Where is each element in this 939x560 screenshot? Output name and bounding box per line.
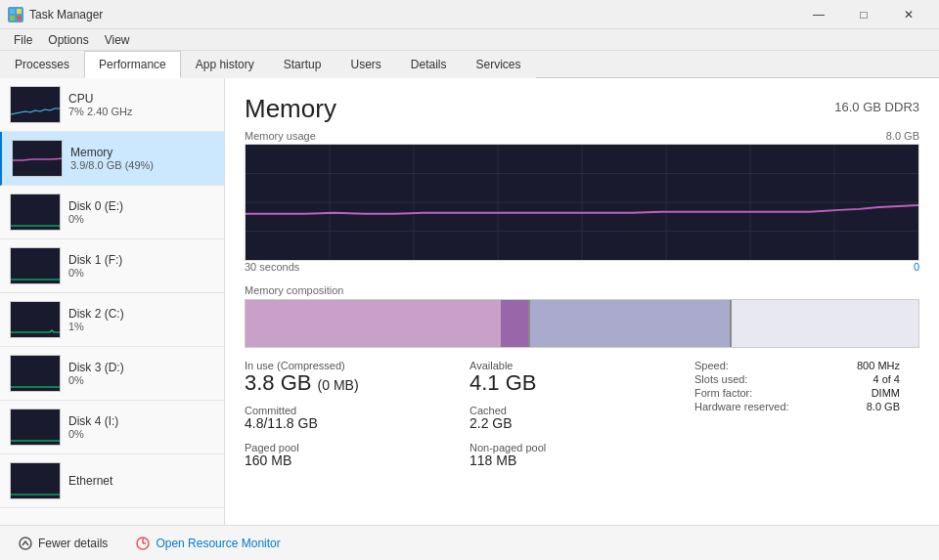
stat-paged-pool: Paged pool 160 MB	[245, 442, 450, 468]
stat-cached: Cached 2.2 GB	[470, 405, 675, 431]
disk0-thumbnail	[10, 194, 61, 231]
stat-nonpaged: Non-paged pool 118 MB	[470, 442, 675, 468]
svg-point-23	[20, 538, 31, 549]
disk1-info: Disk 1 (F:) 0%	[68, 253, 214, 279]
usage-chart-section: Memory usage 8.0 GB	[245, 130, 919, 275]
menu-options[interactable]: Options	[40, 31, 96, 49]
disk3-thumbnail	[10, 355, 61, 392]
bottom-bar: Fewer details Open Resource Monitor	[0, 525, 939, 560]
sidebar-item-cpu[interactable]: CPU 7% 2.40 GHz	[0, 78, 224, 132]
resource-monitor-icon	[135, 536, 151, 551]
speed-value: 800 MHz	[857, 360, 900, 371]
committed-value: 4.8/11.8 GB	[245, 416, 450, 431]
memory-info: Memory 3.9/8.0 GB (49%)	[70, 146, 214, 171]
open-resource-monitor-button[interactable]: Open Resource Monitor	[135, 536, 280, 551]
tab-app-history[interactable]: App history	[181, 51, 269, 78]
comp-free	[730, 300, 918, 347]
fewer-details-label: Fewer details	[38, 537, 108, 550]
svg-rect-1	[17, 9, 22, 14]
tab-users[interactable]: Users	[335, 51, 395, 78]
disk1-value: 0%	[68, 267, 214, 279]
slots-value: 4 of 4	[872, 373, 900, 385]
disk4-thumbnail	[10, 409, 61, 446]
stat-committed: Committed 4.8/11.8 GB	[245, 405, 450, 431]
cached-value: 2.2 GB	[470, 416, 675, 431]
speed-label: Speed:	[694, 360, 729, 371]
sidebar-item-memory[interactable]: Memory 3.9/8.0 GB (49%)	[0, 132, 224, 186]
disk4-label: Disk 4 (I:)	[68, 414, 214, 428]
detail-speed: Speed: 800 MHz	[694, 360, 900, 371]
form-value: DIMM	[872, 387, 900, 399]
memory-label: Memory	[70, 146, 214, 159]
paged-pool-value: 160 MB	[245, 453, 450, 468]
disk2-info: Disk 2 (C:) 1%	[68, 307, 214, 332]
chart-time-right: 0	[914, 261, 919, 273]
disk2-value: 1%	[68, 321, 214, 332]
tab-bar: Processes Performance App history Startu…	[0, 51, 939, 78]
sidebar-item-disk2[interactable]: Disk 2 (C:) 1%	[0, 293, 224, 347]
stat-in-use: In use (Compressed) 3.8 GB (0 MB)	[245, 360, 450, 395]
menu-view[interactable]: View	[97, 31, 138, 49]
tab-processes[interactable]: Processes	[0, 51, 84, 78]
disk2-thumbnail	[10, 301, 61, 338]
disk0-value: 0%	[68, 213, 214, 225]
available-value: 4.1 GB	[470, 371, 675, 395]
disk3-label: Disk 3 (D:)	[68, 361, 214, 374]
sidebar-item-disk1[interactable]: Disk 1 (F:) 0%	[0, 239, 224, 293]
comp-inuse	[246, 300, 501, 347]
disk0-label: Disk 0 (E:)	[68, 199, 214, 213]
tab-details[interactable]: Details	[396, 51, 462, 78]
comp-standby	[528, 300, 730, 347]
cpu-value: 7% 2.40 GHz	[68, 106, 214, 117]
title-bar: Task Manager — □ ✕	[0, 0, 939, 29]
ethernet-info: Ethernet	[68, 474, 214, 488]
detail-panel: Memory 16.0 GB DDR3 Memory usage 8.0 GB	[225, 78, 939, 525]
disk3-info: Disk 3 (D:) 0%	[68, 361, 214, 386]
fewer-details-button[interactable]: Fewer details	[10, 533, 115, 554]
composition-bar	[245, 299, 919, 348]
title-bar-left: Task Manager	[8, 7, 103, 22]
sidebar-item-disk0[interactable]: Disk 0 (E:) 0%	[0, 186, 224, 239]
minimize-button[interactable]: —	[796, 4, 841, 25]
cpu-label: CPU	[68, 92, 214, 106]
stat-available: Available 4.1 GB	[470, 360, 675, 395]
sidebar-item-disk3[interactable]: Disk 3 (D:) 0%	[0, 347, 224, 401]
disk4-value: 0%	[68, 428, 214, 440]
stats-col-2: Available 4.1 GB Cached 2.2 GB Non-paged…	[470, 360, 694, 478]
tab-startup[interactable]: Startup	[269, 51, 336, 78]
sidebar-item-ethernet[interactable]: Ethernet	[0, 454, 224, 508]
form-label: Form factor:	[694, 387, 752, 399]
menu-file[interactable]: File	[6, 31, 40, 49]
maximize-button[interactable]: □	[841, 4, 886, 25]
detail-form: Form factor: DIMM	[694, 387, 900, 399]
stats-col-3: Speed: 800 MHz Slots used: 4 of 4 Form f…	[694, 360, 919, 478]
composition-section: Memory composition	[245, 284, 919, 348]
sidebar: CPU 7% 2.40 GHz Memory 3.9/8.0 GB (49%)	[0, 78, 225, 525]
disk0-info: Disk 0 (E:) 0%	[68, 199, 214, 225]
chart-label-right: 8.0 GB	[886, 130, 919, 142]
chart-label-left: Memory usage	[245, 130, 316, 142]
slots-label: Slots used:	[694, 373, 747, 385]
detail-slots: Slots used: 4 of 4	[694, 373, 900, 385]
close-button[interactable]: ✕	[886, 4, 931, 25]
app-title: Task Manager	[29, 8, 103, 22]
window-controls: — □ ✕	[796, 4, 931, 25]
comp-label: Memory composition	[245, 284, 919, 296]
panel-header: Memory 16.0 GB DDR3	[245, 94, 919, 124]
chevron-up-icon	[18, 536, 33, 551]
stats-section: In use (Compressed) 3.8 GB (0 MB) Commit…	[245, 360, 919, 478]
tab-performance[interactable]: Performance	[84, 51, 181, 78]
nonpaged-label: Non-paged pool	[470, 442, 675, 453]
hw-reserved-value: 8.0 GB	[867, 401, 900, 412]
in-use-value: 3.8 GB (0 MB)	[245, 371, 450, 395]
hw-reserved-label: Hardware reserved:	[694, 401, 789, 412]
panel-title: Memory	[245, 94, 336, 124]
cpu-info: CPU 7% 2.40 GHz	[68, 92, 214, 117]
chart-time-label: 30 seconds	[245, 261, 299, 273]
disk2-label: Disk 2 (C:)	[68, 307, 214, 321]
sidebar-item-disk4[interactable]: Disk 4 (I:) 0%	[0, 401, 224, 454]
memory-value: 3.9/8.0 GB (49%)	[70, 159, 214, 171]
tab-services[interactable]: Services	[462, 51, 536, 78]
chart-label-row: Memory usage 8.0 GB	[245, 130, 919, 142]
svg-rect-0	[10, 9, 15, 14]
